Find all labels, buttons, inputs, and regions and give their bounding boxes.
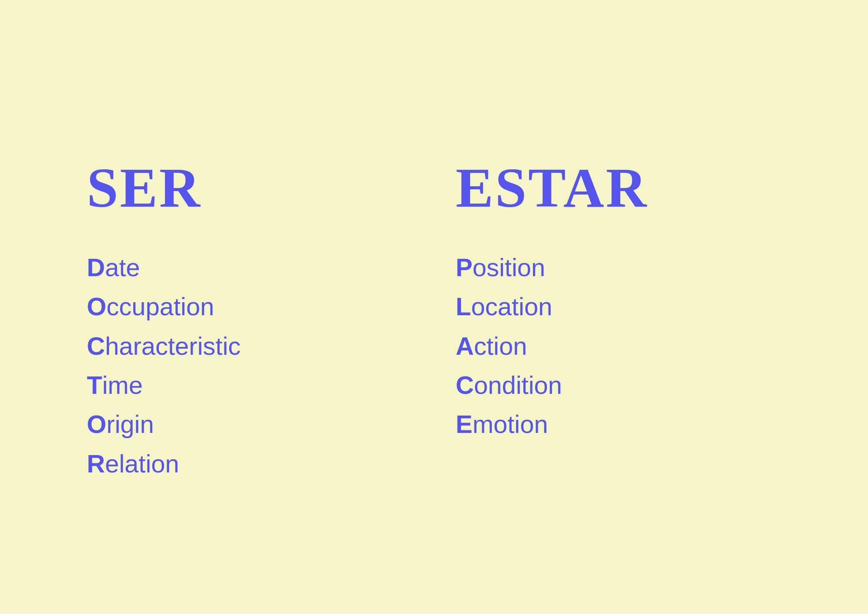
ser-item-characteristic: Characteristic xyxy=(87,329,412,363)
ser-title: SER xyxy=(87,159,412,216)
estar-item-location: Location xyxy=(456,290,781,324)
ser-letter-o2: O xyxy=(87,410,106,438)
estar-rest-action: ction xyxy=(474,332,527,360)
ser-rest-occupation: ccupation xyxy=(106,292,214,320)
ser-letter-d: D xyxy=(87,253,105,281)
ser-items: Date Occupation Characteristic Time Orig… xyxy=(87,251,412,481)
estar-item-emotion: Emotion xyxy=(456,407,781,441)
estar-title: ESTAR xyxy=(456,159,781,216)
estar-letter-c: C xyxy=(456,371,474,399)
estar-letter-l: L xyxy=(456,292,471,320)
ser-letter-t: T xyxy=(87,371,102,399)
estar-rest-condition: ondition xyxy=(474,371,562,399)
estar-letter-a: A xyxy=(456,332,474,360)
ser-rest-origin: rigin xyxy=(106,410,154,438)
ser-item-date: Date xyxy=(87,251,412,284)
estar-column: ESTAR Position Location Action Condition… xyxy=(456,159,781,441)
ser-letter-c: C xyxy=(87,332,105,360)
main-container: SER Date Occupation Characteristic Time … xyxy=(87,133,781,481)
estar-items: Position Location Action Condition Emoti… xyxy=(456,251,781,441)
ser-rest-date: ate xyxy=(105,253,140,281)
estar-rest-emotion: motion xyxy=(473,410,548,438)
estar-rest-position: osition xyxy=(473,253,546,281)
ser-rest-characteristic: haracteristic xyxy=(105,332,241,360)
estar-letter-e: E xyxy=(456,410,473,438)
ser-item-origin: Origin xyxy=(87,407,412,441)
estar-rest-location: ocation xyxy=(471,292,552,320)
estar-item-action: Action xyxy=(456,329,781,363)
ser-column: SER Date Occupation Characteristic Time … xyxy=(87,159,412,481)
ser-item-occupation: Occupation xyxy=(87,290,412,324)
estar-item-condition: Condition xyxy=(456,368,781,402)
ser-rest-time: ime xyxy=(102,371,142,399)
ser-letter-o1: O xyxy=(87,292,106,320)
ser-item-relation: Relation xyxy=(87,447,412,481)
estar-letter-p: P xyxy=(456,253,473,281)
ser-rest-relation: elation xyxy=(105,449,179,478)
ser-item-time: Time xyxy=(87,368,412,402)
ser-letter-r: R xyxy=(87,449,105,478)
estar-item-position: Position xyxy=(456,251,781,284)
